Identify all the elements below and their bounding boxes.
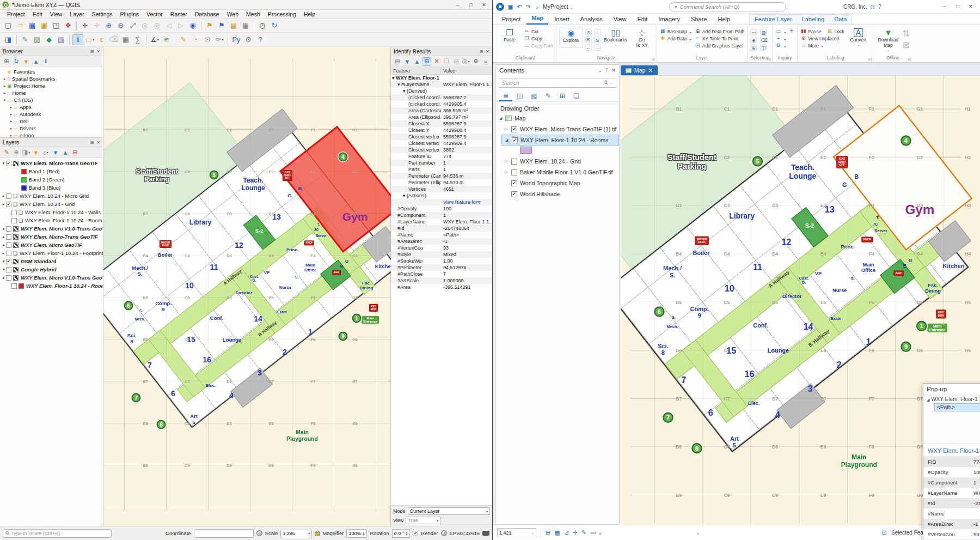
layer-visibility-checkbox[interactable] [6, 193, 11, 199]
layer-symbol-swatch[interactable] [520, 147, 532, 154]
browser-item[interactable]: ▸▱Autodesk [0, 111, 103, 118]
identify-view-select[interactable]: Tree▾ [406, 517, 440, 524]
expand-tree-icon[interactable]: ▼ [403, 57, 412, 66]
open-project-icon[interactable]: ▱ [15, 20, 26, 31]
contents-layer-item[interactable]: ▷✓WXY Elem. Micro-Trans GeoTIF (1).tif [501, 124, 619, 135]
properties-icon[interactable]: ℹ [41, 57, 50, 66]
dialog-launcher-icon[interactable]: ◱ [868, 57, 872, 62]
render-checkbox[interactable]: ✓ [413, 531, 418, 536]
identify-row[interactable]: #StyleMixed [391, 251, 492, 258]
add-selected-layers-icon[interactable]: ⊞ [2, 57, 11, 66]
layer-visibility-checkbox[interactable] [11, 210, 17, 215]
layer-item[interactable]: ❏WXY Elem. Floor-1 10.24 - Room Label [0, 216, 103, 225]
tree-expander-icon[interactable]: ▸ [2, 77, 7, 81]
tree-expander-icon[interactable]: ◢ [505, 138, 511, 142]
menu-raster[interactable]: Raster [167, 10, 191, 18]
collapse-tree-icon[interactable]: ▲ [413, 57, 421, 66]
locate-button[interactable]: ⌖⌄ [775, 35, 794, 41]
maximize-button[interactable]: □ [952, 3, 964, 10]
list-by-snapping-icon[interactable]: ⊞ [556, 90, 569, 101]
maximize-button[interactable]: □ [465, 1, 477, 9]
tree-expander-icon[interactable]: ◢ [499, 116, 505, 120]
close-view-icon[interactable]: ✕ [648, 67, 653, 74]
new-virtual-layer-icon[interactable]: ▨ [56, 34, 66, 45]
tree-expander-icon[interactable]: ▸ [9, 134, 14, 138]
menu-edit[interactable]: Edit [29, 10, 46, 18]
browser-item[interactable]: ▾▭C:\ (OS) [0, 96, 103, 104]
layer-visibility-checkbox[interactable] [11, 218, 17, 223]
layer-item[interactable]: WXY Elem. Floor-1 10.24 - Rooms.shp [0, 282, 103, 290]
close-button[interactable]: ✕ [478, 1, 490, 9]
identify-row[interactable]: Closest Y4429908.4 [391, 127, 492, 134]
identify-row[interactable]: Closest X5598287.9 [391, 120, 492, 127]
layer-item[interactable]: ▾✓OSM Standard [0, 257, 103, 265]
identify-row[interactable]: ▾ WXY Elem. Floor-1 10.24 - Rooms.shp [391, 75, 492, 81]
coordinate-input[interactable] [194, 529, 254, 538]
minimize-button[interactable]: ─ [939, 3, 951, 10]
identify-settings-icon[interactable]: ⚙ [471, 57, 480, 66]
new-print-layout-icon[interactable]: ◳ [51, 20, 62, 31]
ribbon-tab-insert[interactable]: Insert [549, 15, 574, 25]
identify-features-icon[interactable]: ℹ [72, 34, 83, 45]
layout-manager-icon[interactable]: ▦ [240, 20, 251, 31]
identify-row[interactable]: #Area-396.514291 [391, 284, 492, 290]
tree-expander-icon[interactable]: ◢ [927, 398, 929, 402]
convert-labels-button[interactable]: 🄰Convert⌄ [846, 27, 870, 47]
identify-row[interactable]: Perimeter (Cart...94.536 m [391, 173, 492, 179]
layer-visibility-checkbox[interactable]: ✓ [511, 191, 517, 197]
menu-help[interactable]: Help [300, 10, 320, 18]
menu-database[interactable]: Database [191, 10, 223, 18]
browser-item[interactable]: ★Favorites [0, 68, 103, 75]
ribbon-tab-project[interactable]: Project [497, 15, 525, 25]
layer-diagram-icon[interactable]: ◔ [190, 34, 201, 45]
edit-vertices-icon[interactable]: ✎ [581, 529, 586, 536]
account-label[interactable]: CRG, Inc. [843, 4, 867, 10]
remove-layer-icon[interactable]: ⊟ [71, 148, 79, 157]
zoom-to-selection-icon[interactable]: ⊕ [750, 44, 757, 51]
move-feature-icon[interactable]: ✛ [573, 529, 578, 536]
crs-icon[interactable] [441, 530, 447, 536]
zoom-to-layer-icon[interactable]: ◎ [151, 20, 162, 31]
new-bookmark-icon[interactable]: ⚑ [204, 20, 215, 31]
panel-float-icon[interactable]: ⊟ [90, 49, 94, 54]
layer-item[interactable]: ▾✓WXY Elem. Micro-Trans GeoTIF [0, 159, 103, 167]
select-by-attributes-icon[interactable]: ▥ [760, 29, 767, 35]
copy-button[interactable]: ❐Copy [524, 35, 553, 41]
processing-toolbox-icon[interactable]: ⚙ [243, 34, 254, 45]
zoom-last-icon[interactable]: ◁ [163, 20, 174, 31]
select-tool-icon[interactable]: ▭ [750, 29, 757, 35]
panel-close-icon[interactable]: ✕ [486, 49, 489, 54]
clear-selection-icon[interactable]: ⌫ [760, 37, 767, 43]
list-by-editing-icon[interactable]: ✎ [542, 90, 555, 101]
customize-qat-icon[interactable]: ⌄ [535, 3, 540, 10]
identify-row[interactable]: #AreaDirec-1 [391, 238, 492, 245]
map-marker-1[interactable]: 1 [916, 321, 927, 332]
refresh-icon[interactable]: ↻ [269, 20, 280, 31]
pane-menu-icon[interactable]: ⌄ [598, 68, 603, 74]
identify-row[interactable]: Closest vertex Y4429909.4 [391, 140, 492, 147]
auto-expand-icon[interactable]: ⊞ [422, 57, 431, 66]
annotation-icon[interactable]: ✑▾ [214, 34, 225, 45]
menu-vector[interactable]: Vector [143, 10, 167, 18]
tree-expander-icon[interactable]: ▾ [1, 259, 6, 264]
map-marker-9[interactable]: 9 [901, 342, 911, 353]
identify-row[interactable]: View feature form [391, 199, 492, 205]
rotation-input[interactable]: 0.0 °▲▼ [392, 529, 411, 538]
project-menu[interactable]: MyProject ⌄ [543, 3, 573, 10]
menu-project[interactable]: Project [3, 10, 29, 18]
browser-item[interactable]: ▸⌂Home [0, 89, 103, 96]
list-by-labeling-icon[interactable]: ❏ [570, 90, 583, 101]
map-marker-5[interactable]: 5 [210, 171, 219, 180]
new-geopackage-icon[interactable]: ◆ [44, 34, 54, 45]
identify-row[interactable]: ▾ (Derived) [391, 88, 492, 94]
redo-icon[interactable]: ↷ [526, 3, 531, 10]
menu-processing[interactable]: Processing [264, 10, 300, 18]
notifications-icon[interactable]: ⍾ [871, 3, 875, 10]
crs-status[interactable]: EPSG:32618 [450, 530, 480, 536]
identify-row[interactable]: Vertices4651 [391, 186, 492, 192]
tree-expander-icon[interactable]: ▸ [1, 194, 6, 198]
new-shapefile-icon[interactable]: ▧ [32, 34, 42, 45]
menu-settings[interactable]: Settings [88, 10, 117, 18]
identify-row[interactable]: #Perimeter94.512975 [391, 264, 492, 271]
form-view-icon[interactable]: ▤ [393, 57, 402, 66]
